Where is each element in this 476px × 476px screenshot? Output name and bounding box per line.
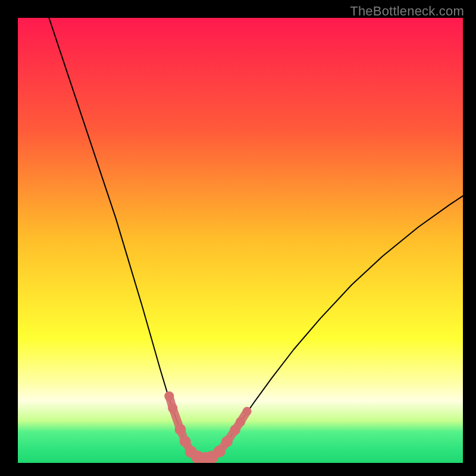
marker-point: [214, 445, 226, 457]
gradient-background: [18, 18, 463, 463]
marker-point: [221, 436, 233, 447]
marker-point: [168, 403, 177, 413]
marker-point: [164, 392, 174, 401]
marker-point: [175, 424, 186, 435]
plot-area: [18, 18, 463, 463]
chart-svg: [18, 18, 463, 463]
watermark-text: TheBottleneck.com: [350, 4, 464, 19]
marker-point: [180, 436, 191, 447]
chart-frame: TheBottleneck.com: [0, 0, 476, 476]
marker-point: [236, 417, 245, 427]
marker-point: [243, 407, 252, 416]
